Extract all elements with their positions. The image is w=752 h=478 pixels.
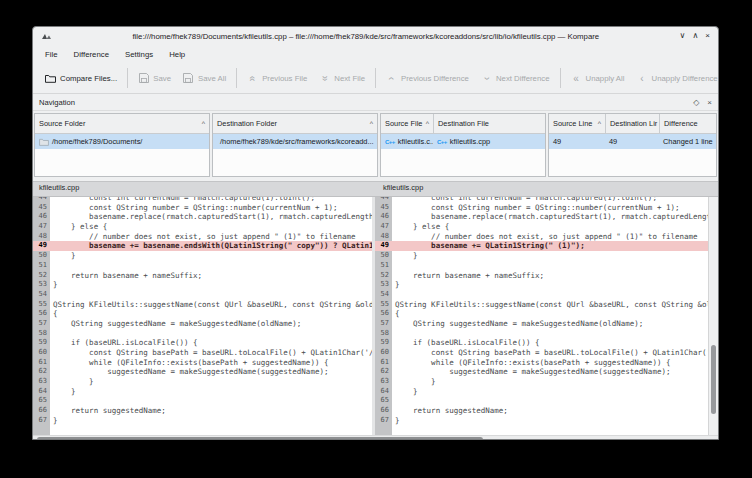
diff-line-changed: 49 basename += basename.endsWith(QLatin1… [33,241,372,251]
destination-diff-pane[interactable]: 44 const int currentNum = rmatch.capture… [375,197,708,435]
diff-line: 53} [33,280,372,290]
line-number: 62 [33,367,50,377]
line-text: } else { [50,222,372,232]
line-number: 57 [33,319,50,329]
line-text: } [392,280,708,290]
shade-window-icon[interactable]: ∨ [680,31,686,41]
table-row[interactable]: 49 49 Changed 1 line [549,134,716,149]
toolbar-button-unapply-all[interactable]: «Unapply All [565,69,631,88]
line-number: 63 [375,377,392,387]
lines-header: Source Line ^ Destination Lir Difference [549,114,716,134]
line-text: suggestedName = makeSuggestedName(sugges… [50,367,372,377]
line-text: // number does not exist, so just append… [392,232,708,242]
horizontal-scrollbar[interactable] [33,435,718,440]
line-number: 64 [33,387,50,397]
column-label: Source File [385,119,422,128]
source-file-column-header[interactable]: Source File ^ [381,114,433,133]
menu-file[interactable]: File [37,48,66,61]
menu-difference[interactable]: Difference [66,48,117,61]
close-dock-icon[interactable]: × [707,98,712,107]
line-number: 62 [375,367,392,377]
diff-line: 51 [33,261,372,271]
line-text: } [50,377,372,387]
table-row[interactable]: C++ kfileutils.c... C++ kfileutils.cpp [381,134,545,149]
destination-file-name: kfileutils.cpp [450,137,490,146]
toolbar-button-save-all[interactable]: Save All [177,69,232,88]
destination-folder-panel: Destination Folder ^ /home/fhek789/kde/s… [212,113,378,177]
line-number: 46 [33,212,50,222]
diff-line-changed: 49 basename += QLatin1String(" (1)"); [375,241,708,251]
diff-line: 57 QString suggestedName = makeSuggested… [33,319,372,329]
float-dock-icon[interactable]: ◇ [693,98,699,107]
diff-line: 63 } [33,377,372,387]
cpp-file-icon: C++ [437,139,447,145]
difference-value: Changed 1 line [663,137,713,146]
destination-folder-path: /home/fhek789/kde/src/frameworks/kcoread… [220,137,374,146]
diff-line: 56{ [375,309,708,319]
line-text: return basename + nameSuffix; [50,271,372,281]
line-text: basename += QLatin1String(" (1)"); [392,241,708,251]
titlebar: file:///home/fhek789/Documents/kfileutil… [33,27,718,45]
line-number: 46 [375,212,392,222]
diff-line: 54 [375,290,708,300]
toolbar-button-previous-file[interactable]: «Previous File [241,69,313,88]
maximize-window-icon[interactable]: ∧ [692,31,698,41]
toolbar-button-label: Next File [334,74,365,83]
toolbar-button-previous-difference[interactable]: ‹Previous Difference [380,69,475,88]
line-text: } [392,387,708,397]
line-number: 65 [33,396,50,406]
difference-column-header[interactable]: Difference [659,114,716,133]
toolbar-button-next-file[interactable]: «Next File [313,69,371,88]
toolbar-button-label: Previous File [262,74,307,83]
vertical-scrollbar[interactable] [708,197,718,435]
source-diff-pane[interactable]: 44 const int currentNum = rmatch.capture… [33,197,372,435]
line-number: 54 [375,290,392,300]
line-text: } [392,416,708,426]
column-label: Destination Folder [217,119,277,128]
table-row[interactable]: /home/fhek789/Documents/ [35,134,209,149]
folder-icon [45,73,56,84]
line-number: 66 [375,406,392,416]
diff-line: 59 if (baseURL.isLocalFile()) { [375,338,708,348]
toolbar-button-next-difference[interactable]: ‹Next Difference [475,69,556,88]
toolbar-button-save[interactable]: Save [132,69,177,88]
line-text: while (QFileInfo::exists(basePath + sugg… [50,358,372,368]
sort-ascending-icon: ^ [423,120,429,127]
files-panel: Source File ^ Destination File C++ kfile… [380,113,546,177]
horizontal-scrollbar-thumb[interactable] [37,437,483,440]
line-number: 50 [375,251,392,261]
vertical-scrollbar-thumb[interactable] [711,345,716,414]
line-text: } [50,416,372,426]
line-text: } else { [392,222,708,232]
destination-line-column-header[interactable]: Destination Lir [605,114,659,133]
line-number: 54 [33,290,50,300]
source-line-column-header[interactable]: Source Line ^ [549,114,605,133]
toolbar-button-compare-files[interactable]: Compare Files... [39,69,123,88]
toolbar-button-label: Next Difference [496,74,550,83]
destination-folder-header[interactable]: Destination Folder ^ [213,114,377,134]
menu-settings[interactable]: Settings [117,48,161,61]
toolbar-button-unapply-difference[interactable]: ‹Unapply Difference [631,69,719,88]
kompare-app-icon [41,31,52,41]
line-number: 58 [375,329,392,339]
line-number: 64 [375,387,392,397]
save-all-icon [183,73,194,84]
diff-line: 52 return basename + nameSuffix; [375,271,708,281]
source-code: 44 const int currentNum = rmatch.capture… [33,197,372,435]
source-folder-header[interactable]: Source Folder ^ [35,114,209,134]
toolbar-button-label: Unapply Difference [652,74,718,83]
close-window-icon[interactable]: × [705,31,710,41]
diff-line: 60 const QString basePath = baseURL.toLo… [375,348,708,358]
diff-line: 45 const QString number = QString::numbe… [375,203,708,213]
line-number: 52 [33,271,50,281]
destination-file-column-header[interactable]: Destination File [433,114,545,133]
diff-line: 63 } [375,377,708,387]
sort-ascending-icon: ^ [367,120,373,127]
line-number: 59 [375,338,392,348]
toolbar-separator [127,68,128,88]
toolbar-button-label: Save [153,74,171,83]
line-text [50,329,372,339]
line-text: basename.replace(rmatch.capturedStart(1)… [392,212,708,222]
menu-help[interactable]: Help [161,48,193,61]
table-row[interactable]: /home/fhek789/kde/src/frameworks/kcoread… [213,134,377,149]
